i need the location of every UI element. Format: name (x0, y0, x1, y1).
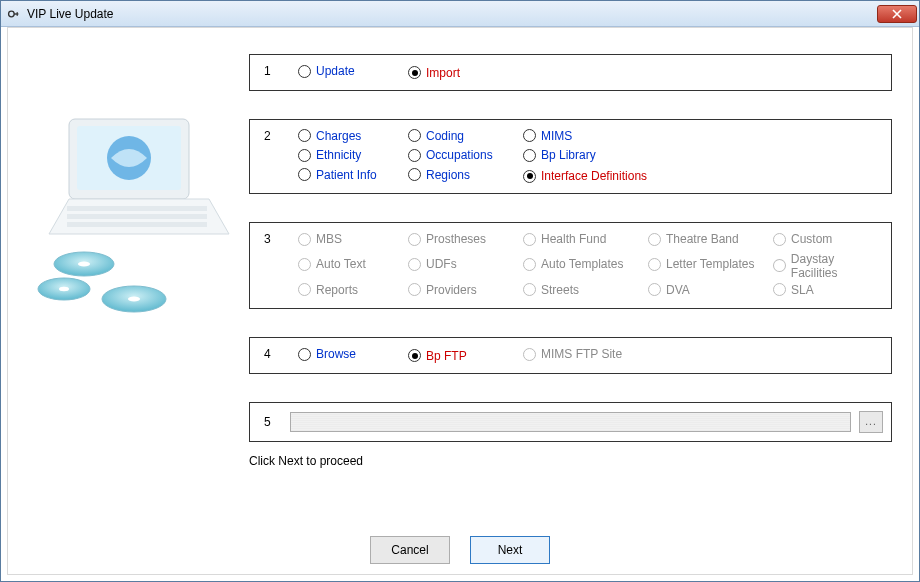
radio-icon (523, 170, 536, 183)
option-health-fund: Health Fund (523, 232, 606, 246)
option-label: Patient Info (316, 168, 377, 182)
option-label: Regions (426, 168, 470, 182)
option-custom: Custom (773, 232, 832, 246)
step-4-number: 4 (264, 347, 271, 361)
option-label: SLA (791, 283, 814, 297)
option-label: Theatre Band (666, 232, 739, 246)
option-label: MIMS (541, 129, 572, 143)
radio-icon (408, 258, 421, 271)
svg-point-0 (9, 11, 15, 17)
titlebar: VIP Live Update (1, 1, 919, 27)
footer: Cancel Next (8, 536, 912, 564)
option-daystay-facilities: Daystay Facilities (773, 252, 883, 280)
option-label: Letter Templates (666, 257, 755, 271)
option-streets: Streets (523, 283, 579, 297)
radio-icon (408, 168, 421, 181)
radio-icon (298, 283, 311, 296)
option-label: Reports (316, 283, 358, 297)
app-icon (7, 7, 21, 21)
svg-rect-2 (17, 12, 18, 16)
step-3-panel: 3 MBS Prostheses Health Fund Theatre Ban… (249, 222, 892, 309)
option-label: UDFs (426, 257, 457, 271)
option-label: Auto Text (316, 257, 366, 271)
step-2-number: 2 (264, 129, 271, 143)
close-icon (892, 9, 902, 19)
step-2-panel: 2 Charges Coding MIMS Ethnicity Occupati… (249, 119, 892, 195)
option-label: Browse (316, 347, 356, 361)
close-button[interactable] (877, 5, 917, 23)
laptop-discs-icon (24, 114, 244, 324)
cancel-button[interactable]: Cancel (370, 536, 450, 564)
option-import[interactable]: Import (408, 66, 460, 80)
next-button[interactable]: Next (470, 536, 550, 564)
step-3-number: 3 (264, 232, 271, 246)
option-interface-definitions[interactable]: Interface Definitions (523, 169, 647, 183)
hint-text: Click Next to proceed (249, 454, 892, 468)
option-sla: SLA (773, 283, 814, 297)
option-mims[interactable]: MIMS (523, 129, 572, 143)
option-ethnicity[interactable]: Ethnicity (298, 148, 361, 162)
svg-rect-6 (67, 206, 207, 211)
radio-icon (773, 259, 786, 272)
radio-icon (298, 149, 311, 162)
steps-area: 1 Update Import (249, 54, 902, 468)
step-1-panel: 1 Update Import (249, 54, 892, 91)
step-4-panel: 4 Browse Bp FTP MIMS FTP Site (249, 337, 892, 374)
radio-icon (298, 233, 311, 246)
radio-icon (523, 283, 536, 296)
option-patient-info[interactable]: Patient Info (298, 168, 377, 182)
radio-icon (648, 258, 661, 271)
option-reports: Reports (298, 283, 358, 297)
radio-icon (523, 348, 536, 361)
option-label: Daystay Facilities (791, 252, 883, 280)
radio-icon (408, 283, 421, 296)
option-label: Update (316, 64, 355, 78)
svg-rect-7 (67, 214, 207, 219)
option-charges[interactable]: Charges (298, 129, 361, 143)
browse-path-button[interactable]: ... (859, 411, 883, 433)
option-label: Ethnicity (316, 148, 361, 162)
option-providers: Providers (408, 283, 477, 297)
option-letter-templates: Letter Templates (648, 257, 755, 271)
client-area: 1 Update Import (7, 27, 913, 575)
option-theatre-band: Theatre Band (648, 232, 739, 246)
option-label: Auto Templates (541, 257, 624, 271)
illustration (18, 54, 249, 468)
option-auto-templates: Auto Templates (523, 257, 624, 271)
window-title: VIP Live Update (27, 7, 877, 21)
radio-icon (408, 66, 421, 79)
step-1-number: 1 (264, 64, 271, 78)
radio-icon (648, 233, 661, 246)
option-regions[interactable]: Regions (408, 168, 470, 182)
option-update[interactable]: Update (298, 64, 355, 78)
option-browse[interactable]: Browse (298, 347, 356, 361)
radio-icon (648, 283, 661, 296)
radio-icon (773, 283, 786, 296)
option-occupations[interactable]: Occupations (408, 148, 493, 162)
svg-point-12 (128, 296, 140, 301)
option-bp-library[interactable]: Bp Library (523, 148, 596, 162)
radio-icon (408, 149, 421, 162)
option-label: Charges (316, 129, 361, 143)
radio-icon (298, 65, 311, 78)
option-prostheses: Prostheses (408, 232, 486, 246)
option-label: Coding (426, 129, 464, 143)
radio-icon (523, 149, 536, 162)
option-label: Providers (426, 283, 477, 297)
option-label: Occupations (426, 148, 493, 162)
option-label: DVA (666, 283, 690, 297)
option-label: Interface Definitions (541, 169, 647, 183)
svg-point-14 (59, 287, 69, 291)
option-coding[interactable]: Coding (408, 129, 464, 143)
radio-icon (408, 129, 421, 142)
radio-icon (298, 168, 311, 181)
window: VIP Live Update (0, 0, 920, 582)
radio-icon (773, 233, 786, 246)
radio-icon (523, 258, 536, 271)
option-bp-ftp[interactable]: Bp FTP (408, 349, 467, 363)
radio-icon (408, 349, 421, 362)
option-mbs: MBS (298, 232, 342, 246)
option-label: Bp FTP (426, 349, 467, 363)
path-input[interactable] (290, 412, 851, 432)
radio-icon (298, 348, 311, 361)
